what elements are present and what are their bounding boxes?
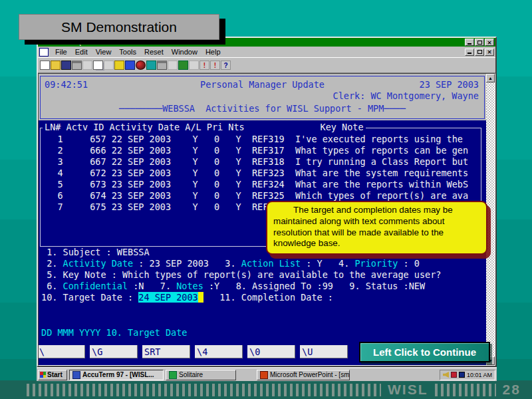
footer-bars-left (27, 384, 381, 396)
menu-reset[interactable]: Reset (140, 48, 168, 56)
terminal-date: 23 SEP 2003 (420, 79, 479, 90)
fkey-box[interactable]: \U (300, 345, 348, 358)
interrupt-icon[interactable]: ! (210, 61, 220, 70)
terminal-subtitle: ────────WEBSSA Activities for WISL Suppo… (41, 103, 484, 114)
solitaire-icon (169, 371, 177, 379)
footer-brand: WISL (388, 382, 428, 398)
menu-view[interactable]: View (92, 48, 116, 56)
start-label: Start (47, 371, 63, 378)
save-icon[interactable] (61, 61, 71, 70)
table-row: 2 666 22 SEP 2003 Y 0 Y REF317 What type… (41, 145, 482, 156)
taskbar-clock: 10:01 AM (467, 372, 492, 378)
fkey-box[interactable]: \G (90, 345, 138, 358)
fkey-box[interactable]: SRT (142, 345, 190, 358)
system-tray: 10:01 AM (440, 370, 495, 380)
display-icon[interactable] (459, 372, 465, 378)
slide-footer: WISL 28 (0, 380, 532, 399)
form-line: 6. Confidential :N 7. Notes :Y 8. Assign… (41, 281, 485, 292)
restore-icon[interactable] (475, 39, 484, 46)
toolbar: !!? (38, 58, 495, 73)
print-preview-icon[interactable] (82, 61, 92, 70)
mdi-minimize-icon[interactable] (465, 49, 474, 56)
window-title: AccuTerm 97 - [WISL... (39, 39, 465, 46)
break-icon[interactable]: ! (200, 61, 209, 70)
callout-text: The target and completion dates may be m… (273, 205, 480, 249)
prompt-line: DD MMM YYYY 10. Target Date (41, 327, 187, 338)
slide-title: SM Demonstration (61, 19, 177, 35)
printer-pause-icon[interactable] (168, 61, 178, 70)
continue-button[interactable]: Left Click to Continue (359, 342, 490, 362)
continue-button-label: Left Click to Continue (373, 346, 476, 358)
accuterm-icon (72, 371, 80, 379)
dial-icon[interactable] (114, 61, 124, 70)
taskbar: Start AccuTerm 97 - [WISL...SolitaireMic… (37, 367, 497, 381)
fkey-box[interactable]: \ (38, 345, 85, 358)
new-document-icon[interactable] (40, 61, 50, 70)
print-icon[interactable] (72, 61, 82, 70)
form-line: 10. Target Date : 24 SEP 2003 11. Comple… (41, 292, 485, 303)
mdi-restore-icon[interactable] (475, 49, 484, 56)
copy-icon[interactable] (93, 61, 103, 70)
printer-off-icon[interactable] (189, 61, 199, 70)
footer-page-number: 28 (503, 382, 521, 398)
volume-icon[interactable] (443, 372, 449, 378)
menu-edit[interactable]: Edit (71, 48, 92, 56)
table-row: 4 672 23 SEP 2003 Y 0 Y REF323 What are … (41, 168, 482, 179)
terminal-header: 09:42:51 Personal Manager Update 23 SEP … (39, 74, 486, 120)
terminal-clerk: Clerk: WC Montgomery, Wayne (333, 90, 479, 102)
capture-icon[interactable] (146, 61, 156, 70)
taskbar-button[interactable]: Solitaire (166, 370, 236, 380)
antivirus-icon[interactable] (451, 372, 457, 378)
minimize-icon[interactable] (465, 39, 474, 46)
form-line: 2. Activity Date : 23 SEP 2003 3. Action… (41, 258, 485, 269)
footer-bars-right (435, 384, 496, 396)
callout-note: The target and completion dates may be m… (266, 201, 487, 255)
open-folder-icon[interactable] (51, 61, 61, 70)
hangup-icon[interactable] (136, 61, 146, 70)
windows-flag-icon (40, 372, 46, 378)
slide-title-box: SM Demonstration (19, 14, 219, 40)
pointer-icon[interactable] (125, 61, 135, 70)
fkey-box[interactable]: \0 (247, 345, 295, 358)
printer-on-icon[interactable] (157, 61, 167, 70)
table-row: 1 657 22 SEP 2003 Y 0 Y REF319 I've exec… (41, 134, 482, 145)
terminal-title: Personal Manager Update (41, 79, 484, 90)
fkey-box[interactable]: \4 (195, 345, 243, 358)
menu-file[interactable]: File (51, 48, 71, 56)
terminal-header-box: 09:42:51 Personal Manager Update 23 SEP … (40, 76, 485, 119)
paste-icon[interactable] (104, 61, 114, 70)
menu-tools[interactable]: Tools (115, 48, 140, 56)
menu-bar-items: FileEditViewToolsResetWindowHelp (51, 48, 225, 56)
form-line: 5. Key Note : Which types of report(s) a… (41, 269, 485, 281)
start-button[interactable]: Start (38, 370, 67, 380)
help-icon[interactable]: ? (221, 61, 231, 70)
taskbar-button[interactable]: Microsoft PowerPoint - [sm] (257, 370, 350, 380)
table-row: 3 667 22 SEP 2003 Y 0 Y REF318 I try run… (41, 156, 482, 168)
menu-window[interactable]: Window (168, 48, 201, 56)
table-row: 6 674 23 SEP 2003 Y 0 Y REF325 Which typ… (41, 190, 482, 201)
close-icon[interactable]: × (485, 39, 494, 46)
mdi-close-icon[interactable]: × (485, 49, 494, 56)
menu-bar: FileEditViewToolsResetWindowHelp × (38, 47, 495, 58)
scroll-up-icon[interactable]: ▲ (486, 74, 495, 82)
table-header-line: LN# Actv ID Activity Date A/L Pri Nts Ke… (43, 122, 366, 133)
menu-help[interactable]: Help (201, 48, 225, 56)
document-icon[interactable] (39, 48, 49, 57)
powerpoint-icon (260, 371, 268, 379)
table-row: 5 673 23 SEP 2003 Y 0 Y REF324 What are … (41, 179, 482, 190)
form-area: 1. Subject : WEBSSA 2. Activity Date : 2… (41, 247, 485, 303)
printer-lock-icon[interactable] (178, 61, 188, 70)
taskbar-button[interactable]: AccuTerm 97 - [WISL... (69, 370, 164, 380)
taskbar-buttons: AccuTerm 97 - [WISL...SolitaireMicrosoft… (69, 370, 350, 380)
